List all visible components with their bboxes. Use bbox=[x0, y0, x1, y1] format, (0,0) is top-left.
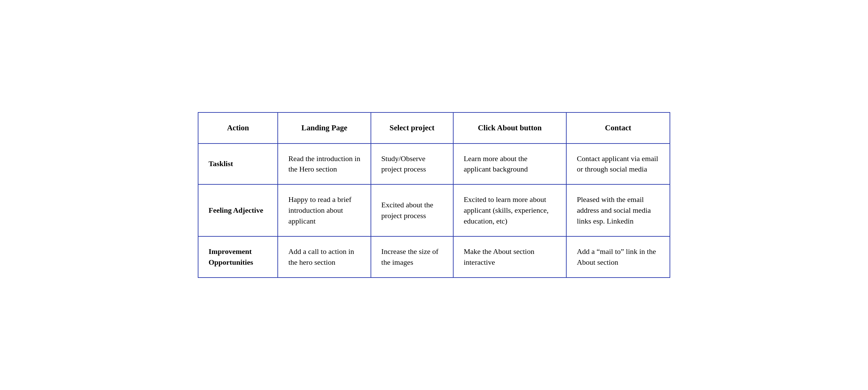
header-contact: Contact bbox=[566, 112, 670, 143]
header-click-about: Click About button bbox=[453, 112, 566, 143]
header-landing-page: Landing Page bbox=[278, 112, 371, 143]
table-row: Feeling Adjective Happy to read a brief … bbox=[198, 184, 670, 236]
feeling-contact: Pleased with the email address and socia… bbox=[566, 184, 670, 236]
table-row: Improvement Opportunities Add a call to … bbox=[198, 236, 670, 278]
header-action: Action bbox=[198, 112, 278, 143]
tasklist-landing-page: Read the introduction in the Hero sectio… bbox=[278, 144, 371, 185]
tasklist-contact: Contact applicant via email or through s… bbox=[566, 144, 670, 185]
improvement-select-project: Increase the size of the images bbox=[371, 236, 453, 278]
row-label-improvement: Improvement Opportunities bbox=[198, 236, 278, 278]
improvement-contact: Add a “mail to” link in the About sectio… bbox=[566, 236, 670, 278]
ux-research-table: Action Landing Page Select project Click… bbox=[198, 112, 670, 278]
ux-table-wrapper: Action Landing Page Select project Click… bbox=[198, 112, 670, 278]
tasklist-select-project: Study/Observe project process bbox=[371, 144, 453, 185]
feeling-landing-page: Happy to read a brief introduction about… bbox=[278, 184, 371, 236]
improvement-landing-page: Add a call to action in the hero section bbox=[278, 236, 371, 278]
header-select-project: Select project bbox=[371, 112, 453, 143]
feeling-click-about: Excited to learn more about applicant (s… bbox=[453, 184, 566, 236]
improvement-click-about: Make the About section interactive bbox=[453, 236, 566, 278]
tasklist-click-about: Learn more about the applicant backgroun… bbox=[453, 144, 566, 185]
header-row: Action Landing Page Select project Click… bbox=[198, 112, 670, 143]
table-row: Tasklist Read the introduction in the He… bbox=[198, 144, 670, 185]
row-label-tasklist: Tasklist bbox=[198, 144, 278, 185]
feeling-select-project: Excited about the project process bbox=[371, 184, 453, 236]
row-label-feeling: Feeling Adjective bbox=[198, 184, 278, 236]
